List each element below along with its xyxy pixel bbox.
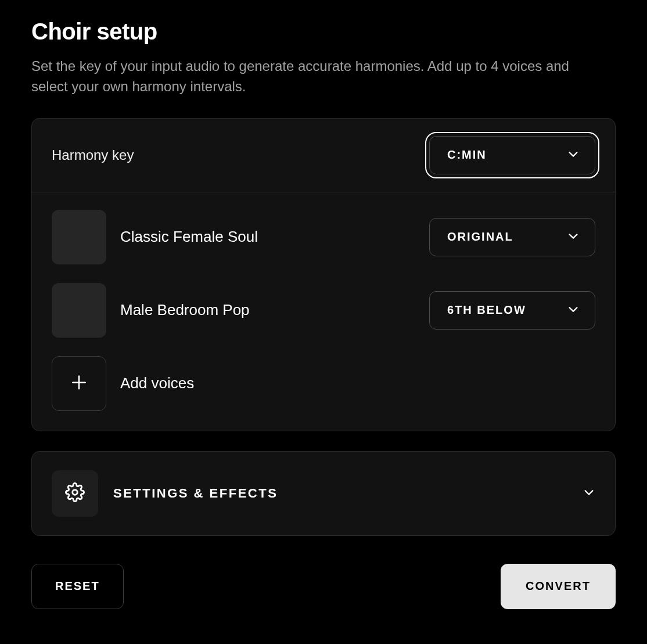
chevron-down-icon: [567, 303, 580, 318]
convert-button[interactable]: CONVERT: [501, 564, 616, 609]
chevron-down-icon: [583, 486, 595, 501]
add-voices-button[interactable]: Add voices: [52, 356, 595, 411]
chevron-down-icon: [567, 148, 580, 163]
harmony-key-value: C:MIN: [447, 148, 487, 162]
voice-interval-select[interactable]: 6TH BELOW: [429, 291, 595, 330]
svg-point-2: [73, 489, 78, 495]
plus-icon: [70, 373, 88, 394]
voice-name: Classic Female Soul: [120, 228, 415, 246]
voices-section: Classic Female Soul ORIGINAL Male Bedroo…: [32, 192, 615, 431]
chevron-down-icon: [567, 230, 580, 245]
harmony-key-select[interactable]: C:MIN: [429, 136, 595, 174]
voice-row: Male Bedroom Pop 6TH BELOW: [52, 283, 595, 338]
voice-avatar[interactable]: [52, 283, 106, 338]
voice-interval-value: 6TH BELOW: [447, 303, 526, 317]
page-description: Set the key of your input audio to gener…: [31, 56, 589, 97]
harmony-key-row: Harmony key C:MIN: [32, 119, 615, 192]
reset-button[interactable]: RESET: [31, 564, 124, 609]
voice-interval-value: ORIGINAL: [447, 230, 513, 244]
voice-interval-select[interactable]: ORIGINAL: [429, 218, 595, 256]
add-voices-label: Add voices: [120, 374, 194, 392]
footer-actions: RESET CONVERT: [31, 564, 616, 609]
settings-effects-label: SETTINGS & EFFECTS: [113, 486, 567, 501]
gear-icon: [65, 482, 85, 505]
voice-name: Male Bedroom Pop: [120, 301, 415, 319]
voice-avatar[interactable]: [52, 210, 106, 264]
add-voice-tile: [52, 356, 106, 411]
gear-tile: [52, 470, 98, 517]
page-title: Choir setup: [31, 19, 616, 45]
voice-row: Classic Female Soul ORIGINAL: [52, 210, 595, 264]
choir-panel: Harmony key C:MIN Classic Female Soul OR…: [31, 118, 616, 431]
harmony-key-label: Harmony key: [52, 147, 134, 163]
settings-effects-toggle[interactable]: SETTINGS & EFFECTS: [31, 451, 616, 536]
